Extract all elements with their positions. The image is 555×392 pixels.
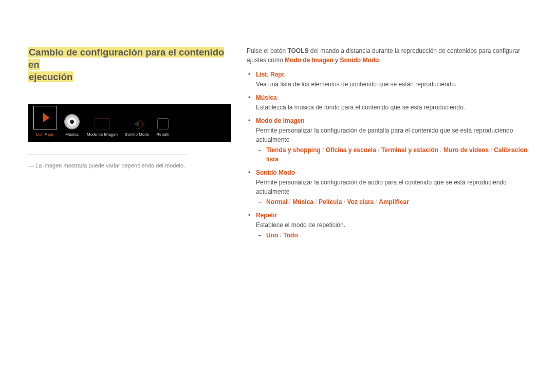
tools-keyword: TOOLS xyxy=(287,47,308,54)
title-line-1: Cambio de configuración para el contenid… xyxy=(28,47,224,70)
item-sonido-modo: Sonido Modo Permite personalizar la conf… xyxy=(247,168,529,207)
desc-musica: Establezca la música de fondo para el co… xyxy=(256,103,529,112)
item-list-repr: List. Repr. Vea una lista de los element… xyxy=(247,70,529,89)
player-item-list-repr[interactable]: List. Repr. xyxy=(33,106,57,138)
player-label-sonido-modo: Sonido Modo xyxy=(125,132,149,138)
player-item-repetir[interactable]: Repetir xyxy=(156,118,170,138)
player-label-repetir: Repetir xyxy=(156,132,170,138)
speaker-icon xyxy=(132,118,143,129)
label-musica: Música xyxy=(256,94,277,101)
label-list-repr: List. Repr. xyxy=(256,71,286,78)
intro-paragraph: Pulse el botón TOOLS del mando a distanc… xyxy=(247,46,529,65)
title-line-2: ejecución xyxy=(28,71,73,82)
left-column: Cambio de configuración para el contenid… xyxy=(28,46,231,170)
player-label-modo-imagen: Modo de Imagen xyxy=(87,132,118,138)
play-icon xyxy=(33,106,57,129)
player-item-sonido-modo[interactable]: Sonido Modo xyxy=(125,118,149,138)
player-item-modo-imagen[interactable]: Modo de Imagen xyxy=(87,118,118,138)
sub-modo-imagen: Tienda y shopping / Oficina y escuela / … xyxy=(256,145,529,164)
item-modo-imagen: Modo de Imagen Permite personalizar la c… xyxy=(247,116,529,164)
player-toolbar: List. Repr. Música Modo de Imagen Sonido… xyxy=(28,104,231,142)
frame-icon xyxy=(95,118,110,129)
desc-modo-imagen: Permite personalizar la configuración de… xyxy=(256,126,529,144)
label-modo-imagen: Modo de Imagen xyxy=(256,117,305,124)
right-column: Pulse el botón TOOLS del mando a distanc… xyxy=(247,46,529,240)
sub-sonido-modo: Normal / Música / Película / Voz clara /… xyxy=(256,197,529,207)
label-repetir: Repetir xyxy=(256,212,277,219)
player-item-musica[interactable]: Música xyxy=(64,114,80,138)
sub-repetir: Uno / Todo xyxy=(256,231,529,240)
label-sonido-modo: Sonido Modo xyxy=(256,169,295,176)
options-list: List. Repr. Vea una lista de los element… xyxy=(247,70,529,240)
footnote: La imagen mostrada puede variar dependie… xyxy=(28,161,231,170)
player-label-list-repr: List. Repr. xyxy=(36,132,54,138)
player-label-musica: Música xyxy=(65,132,78,138)
desc-list-repr: Vea una lista de los elementos de conten… xyxy=(256,80,529,89)
page-title: Cambio de configuración para el contenid… xyxy=(28,46,231,83)
repeat-icon xyxy=(157,118,169,129)
desc-repetir: Establece el modo de repetición. xyxy=(256,220,529,230)
divider xyxy=(28,155,188,155)
item-musica: Música Establezca la música de fondo par… xyxy=(247,93,529,112)
desc-sonido-modo: Permite personalizar la configuración de… xyxy=(256,178,529,196)
disc-icon xyxy=(64,114,80,129)
item-repetir: Repetir Establece el modo de repetición.… xyxy=(247,211,529,240)
